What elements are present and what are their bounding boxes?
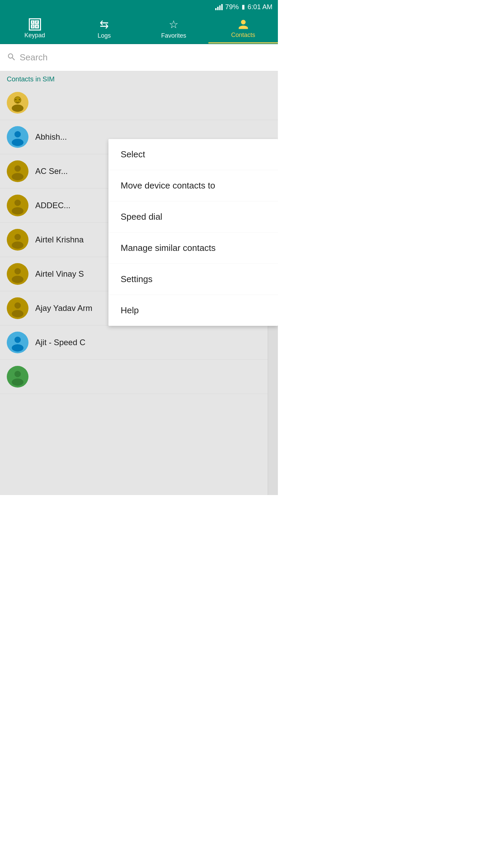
battery-percent: 79% [225, 3, 239, 11]
menu-item-select[interactable]: Select [108, 139, 278, 170]
menu-item-speed-dial[interactable]: Speed dial [108, 201, 278, 233]
search-bar[interactable]: Search [0, 44, 278, 71]
keypad-icon: 1 2 3 4 [29, 18, 41, 31]
tab-logs[interactable]: ⇆ Logs [69, 14, 139, 43]
search-icon [7, 52, 16, 63]
tab-favorites[interactable]: ☆ Favorites [139, 14, 208, 43]
battery-icon: ▮ [242, 3, 245, 11]
tab-favorites-label: Favorites [161, 32, 186, 39]
tab-keypad-label: Keypad [24, 32, 45, 39]
menu-item-settings[interactable]: Settings [108, 264, 278, 295]
tab-keypad[interactable]: 1 2 3 4 Keypad [0, 14, 69, 43]
tab-bar: 1 2 3 4 Keypad ⇆ Logs ☆ Favorites Contac… [0, 14, 278, 44]
logs-icon: ⇆ [100, 18, 109, 31]
contacts-icon [238, 19, 249, 30]
star-icon: ☆ [169, 18, 179, 31]
tab-contacts-label: Contacts [231, 32, 255, 39]
clock: 6:01 AM [248, 3, 272, 11]
status-bar: 79% ▮ 6:01 AM [0, 0, 278, 14]
dropdown-menu: Select Move device contacts to Speed dia… [108, 139, 278, 326]
tab-contacts[interactable]: Contacts [208, 14, 278, 43]
menu-item-move[interactable]: Move device contacts to [108, 170, 278, 201]
menu-item-manage[interactable]: Manage similar contacts [108, 233, 278, 264]
search-placeholder: Search [20, 52, 47, 63]
contacts-area: Contacts in SIM [0, 71, 278, 495]
menu-item-help[interactable]: Help [108, 295, 278, 326]
tab-logs-label: Logs [98, 32, 111, 39]
signal-icon [215, 3, 223, 10]
